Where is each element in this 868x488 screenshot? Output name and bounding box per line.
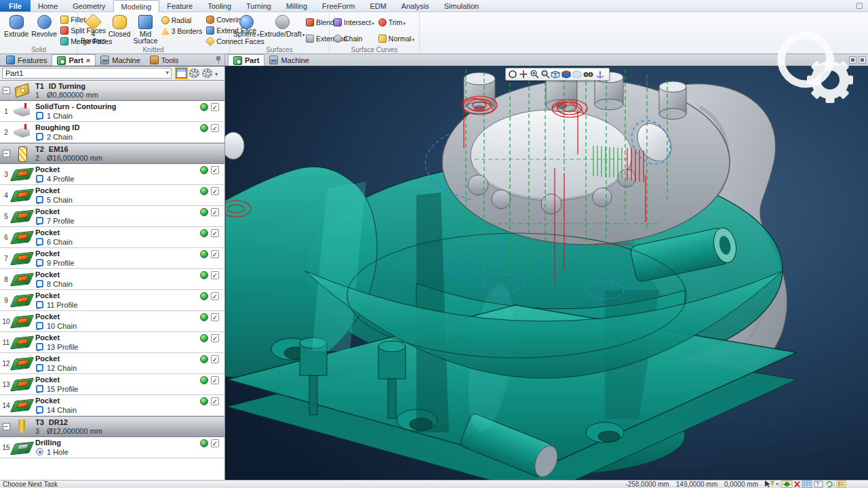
coordinate-axes-icon[interactable] bbox=[597, 71, 604, 78]
normal-button[interactable]: Normal bbox=[376, 33, 416, 43]
four-borders-button[interactable]: 4 Borders bbox=[79, 14, 107, 46]
chain-button[interactable]: Chain bbox=[332, 33, 376, 43]
tree-row[interactable]: 15 Drilling 1 Hole bbox=[0, 437, 224, 458]
settings-list-icon[interactable] bbox=[837, 481, 846, 488]
panel-tab[interactable]: Machine bbox=[96, 54, 145, 66]
update-status-icon[interactable] bbox=[200, 229, 208, 237]
row-checkbox[interactable] bbox=[211, 187, 219, 195]
tree-row[interactable]: 7 Pocket 9 Profile bbox=[0, 248, 224, 269]
ribbon-tab[interactable]: Milling bbox=[279, 0, 315, 12]
update-status-icon[interactable] bbox=[200, 124, 208, 132]
row-checkbox[interactable] bbox=[211, 292, 219, 300]
update-status-icon[interactable] bbox=[200, 376, 208, 384]
ribbon-tab[interactable]: Analysis bbox=[394, 0, 437, 12]
viewport-tab[interactable]: Part bbox=[228, 54, 264, 66]
find-icon[interactable] bbox=[584, 73, 593, 77]
isometric-view-icon[interactable] bbox=[551, 71, 559, 78]
tree-row[interactable]: 9 Pocket 11 Profile bbox=[0, 290, 224, 311]
mid-surface-button[interactable]: Mid Surface bbox=[132, 14, 159, 46]
delete-icon[interactable] bbox=[795, 482, 800, 487]
ribbon-tab[interactable]: Tooling bbox=[200, 0, 239, 12]
update-status-icon[interactable] bbox=[200, 334, 208, 342]
collapse-toggle[interactable] bbox=[3, 150, 10, 157]
gear-icon[interactable] bbox=[202, 68, 212, 78]
sphere-button[interactable]: Sphere bbox=[232, 14, 260, 46]
extrude-draft-button[interactable]: Extrude/Draft bbox=[260, 14, 304, 46]
tree-row[interactable]: 13 Pocket 15 Profile bbox=[0, 374, 224, 395]
tree-row[interactable]: 14 Pocket 14 Chain bbox=[0, 395, 224, 416]
row-checkbox[interactable] bbox=[211, 250, 219, 258]
tree-row[interactable]: 8 Pocket 8 Chain bbox=[0, 269, 224, 290]
panel-tab[interactable]: Features bbox=[1, 54, 52, 66]
collapse-toggle[interactable] bbox=[3, 87, 10, 94]
tree-row[interactable]: 5 Pocket 7 Profile bbox=[0, 206, 224, 227]
tree-row[interactable]: 10 Pocket 10 Chain bbox=[0, 311, 224, 332]
tree-row[interactable]: 6 Pocket 6 Chain bbox=[0, 227, 224, 248]
radial-button[interactable]: Radial bbox=[159, 15, 205, 25]
ribbon-tab[interactable]: Feature bbox=[159, 0, 200, 12]
shaded-view-icon[interactable] bbox=[562, 71, 570, 79]
intersect-button[interactable]: Intersect bbox=[332, 17, 376, 27]
pin-icon[interactable] bbox=[215, 56, 222, 64]
viewport-tab[interactable]: Machine bbox=[264, 54, 314, 66]
viewport-layout-icon-1[interactable] bbox=[849, 56, 856, 64]
tree-row[interactable]: T2 EM16 2 Ø16,000000 mm bbox=[0, 143, 224, 164]
row-checkbox[interactable] bbox=[211, 124, 219, 132]
tree-row[interactable]: 12 Pocket 12 Chain bbox=[0, 353, 224, 374]
row-checkbox[interactable] bbox=[211, 208, 219, 216]
ribbon-tab[interactable]: Turning bbox=[239, 0, 279, 12]
tree-row[interactable]: 1 SolidTurn - Contouring 1 Chain bbox=[0, 101, 224, 122]
row-checkbox[interactable] bbox=[211, 229, 219, 237]
update-status-icon[interactable] bbox=[200, 292, 208, 300]
extrude-button[interactable]: Extrude bbox=[3, 14, 30, 46]
grid-icon[interactable] bbox=[802, 481, 812, 488]
tree-row[interactable]: T1 ID Turning 1 Ø0,800000 mm bbox=[0, 80, 224, 101]
transparent-view-icon[interactable] bbox=[573, 71, 581, 79]
row-checkbox[interactable] bbox=[211, 334, 219, 342]
update-status-icon[interactable] bbox=[200, 187, 208, 195]
row-checkbox[interactable] bbox=[211, 355, 219, 363]
viewport-3d[interactable] bbox=[225, 66, 868, 480]
row-checkbox[interactable] bbox=[211, 103, 219, 111]
rotate-icon[interactable] bbox=[509, 71, 516, 78]
update-status-icon[interactable] bbox=[200, 397, 208, 405]
tree-row[interactable]: 2 Roughing ID 2 Chain bbox=[0, 122, 224, 143]
update-status-icon[interactable] bbox=[200, 271, 208, 279]
viewport-layout-icon-2[interactable] bbox=[859, 56, 866, 64]
revolve-button[interactable]: Revolve bbox=[30, 14, 58, 46]
update-status-icon[interactable] bbox=[200, 208, 208, 216]
table-view-icon[interactable] bbox=[176, 68, 186, 78]
row-checkbox[interactable] bbox=[211, 397, 219, 405]
zoom-in-icon[interactable] bbox=[531, 70, 538, 78]
ribbon-tab[interactable]: Geometry bbox=[65, 0, 113, 12]
update-status-icon[interactable] bbox=[200, 166, 208, 174]
ribbon-tab[interactable]: Simulation bbox=[437, 0, 486, 12]
collapse-toggle[interactable] bbox=[3, 423, 10, 430]
update-status-icon[interactable] bbox=[200, 103, 208, 111]
ribbon-tab[interactable]: FreeForm bbox=[315, 0, 362, 12]
pan-icon[interactable] bbox=[520, 70, 528, 78]
update-status-icon[interactable] bbox=[200, 439, 208, 447]
tree-row[interactable]: T3 DR12 3 Ø12,000000 mm bbox=[0, 416, 224, 437]
ribbon-tab[interactable]: EDM bbox=[362, 0, 393, 12]
ribbon-tab[interactable]: Home bbox=[31, 0, 65, 12]
row-checkbox[interactable] bbox=[211, 271, 219, 279]
update-status-icon[interactable] bbox=[200, 250, 208, 258]
selection-filter-cursor-icon[interactable] bbox=[765, 481, 778, 487]
help-pick-icon[interactable] bbox=[814, 481, 823, 487]
refresh-icon[interactable] bbox=[827, 481, 832, 487]
panel-tab[interactable]: Tools bbox=[145, 54, 184, 66]
close-tab-icon[interactable] bbox=[86, 56, 90, 64]
update-status-icon[interactable] bbox=[200, 355, 208, 363]
tree-row[interactable]: 11 Pocket 13 Profile bbox=[0, 332, 224, 353]
snap-toggle-icon[interactable] bbox=[782, 481, 792, 488]
row-checkbox[interactable] bbox=[211, 166, 219, 174]
part-selector-combobox[interactable]: Part1 bbox=[2, 68, 172, 79]
closed-button[interactable]: Closed bbox=[107, 14, 132, 46]
ribbon-minimize-icon[interactable] bbox=[856, 3, 865, 9]
ribbon-tab[interactable]: Modeling bbox=[113, 0, 160, 12]
tree-row[interactable]: 3 Pocket 4 Profile bbox=[0, 164, 224, 185]
trim-button[interactable]: Trim bbox=[376, 17, 416, 27]
zoom-window-icon[interactable] bbox=[542, 70, 549, 78]
update-status-icon[interactable] bbox=[200, 313, 208, 321]
